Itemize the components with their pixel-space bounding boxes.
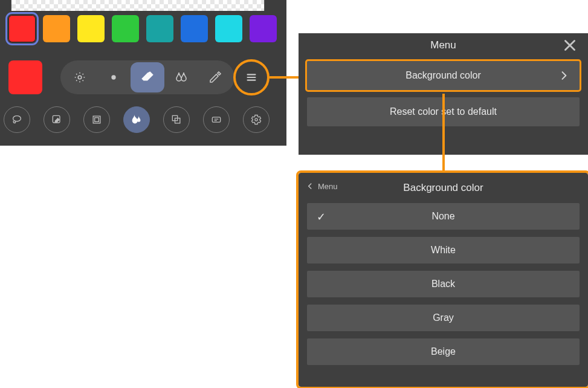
bg-option-label: Gray — [433, 312, 454, 323]
color-swatch-cyan[interactable] — [215, 15, 242, 42]
text-tool-icon[interactable] — [203, 106, 230, 133]
bg-option-gray[interactable]: Gray — [307, 305, 580, 331]
tool-palette-panel — [0, 0, 286, 146]
color-swatch-purple[interactable] — [250, 15, 277, 42]
current-color-swatch[interactable] — [8, 60, 42, 94]
lasso-tool-icon[interactable] — [4, 106, 30, 133]
edit-tool-icon[interactable] — [44, 106, 70, 133]
svg-rect-8 — [212, 117, 220, 122]
bg-option-white[interactable]: White — [307, 237, 580, 264]
frame-tool-icon[interactable] — [83, 106, 110, 133]
bg-option-list: ✓ None White Black Gray Beige — [299, 203, 588, 365]
svg-point-0 — [78, 76, 82, 79]
dot-tool-icon[interactable] — [97, 62, 131, 92]
chevron-right-icon — [558, 68, 570, 83]
smudge-tool-icon[interactable] — [123, 106, 150, 133]
menu-title: Menu — [430, 39, 456, 51]
tool-row — [8, 60, 234, 94]
brightness-tool-icon[interactable] — [63, 62, 97, 92]
svg-rect-5 — [95, 118, 99, 122]
bg-option-label: Black — [431, 279, 455, 289]
svg-point-9 — [255, 118, 257, 121]
color-swatch-green[interactable] — [112, 15, 139, 42]
color-swatch-orange[interactable] — [43, 15, 70, 42]
bg-panel-title-bar: Menu Background color — [299, 173, 588, 203]
bg-panel-title: Background color — [403, 182, 483, 194]
eyedropper-tool-icon[interactable] — [198, 62, 232, 92]
transparent-canvas-edge — [11, 0, 265, 11]
menu-button[interactable] — [233, 59, 270, 95]
check-icon: ✓ — [317, 210, 326, 224]
svg-point-2 — [13, 116, 21, 121]
svg-rect-4 — [93, 116, 100, 123]
bg-option-black[interactable]: Black — [307, 271, 580, 297]
background-color-panel: Menu Background color ✓ None White Black… — [299, 173, 588, 387]
bg-option-none[interactable]: ✓ None — [307, 203, 580, 230]
svg-point-1 — [111, 75, 115, 79]
tool-pill — [60, 60, 234, 94]
annotation-connector-vertical — [442, 94, 445, 174]
bg-option-label: None — [431, 211, 454, 222]
bg-option-beige[interactable]: Beige — [307, 338, 580, 365]
layers-tool-icon[interactable] — [163, 106, 190, 133]
color-swatch-red[interactable] — [8, 15, 36, 42]
eraser-tool-icon[interactable] — [131, 62, 164, 92]
back-button[interactable]: Menu — [306, 180, 338, 192]
settings-tool-icon[interactable] — [243, 106, 270, 133]
back-label: Menu — [318, 182, 338, 191]
color-swatch-yellow[interactable] — [77, 15, 105, 42]
menu-item-label: Background color — [405, 70, 481, 81]
color-swatch-blue[interactable] — [181, 15, 208, 42]
blur-tool-icon[interactable] — [164, 62, 198, 92]
color-swatch-teal[interactable] — [146, 15, 173, 42]
color-swatch-row — [8, 15, 277, 42]
bottom-tool-row — [4, 106, 270, 133]
bg-option-label: White — [431, 245, 456, 256]
bg-option-label: Beige — [431, 346, 456, 357]
menu-item-background-color[interactable]: Background color — [307, 61, 580, 90]
close-button[interactable] — [560, 36, 580, 55]
menu-title-bar: Menu — [299, 33, 588, 57]
